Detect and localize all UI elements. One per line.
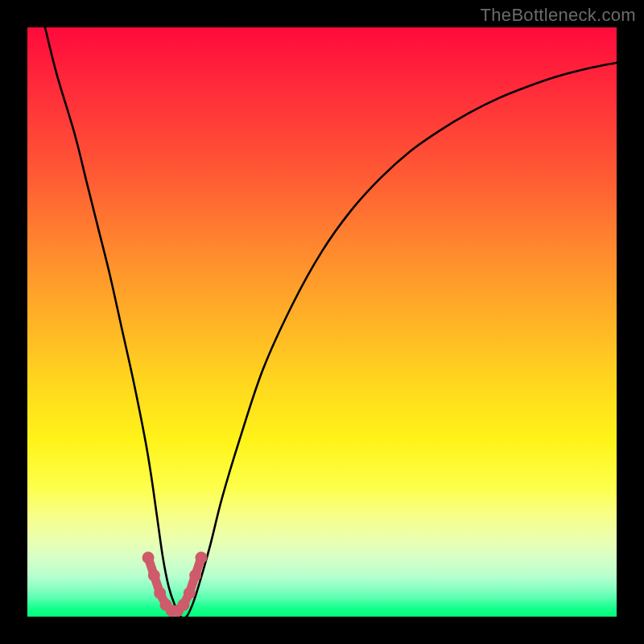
bottleneck-curve — [45, 27, 617, 617]
bottom-marker-group — [142, 551, 208, 617]
bottom-marker-dot — [148, 569, 160, 581]
bottom-marker-dot — [189, 569, 201, 581]
chart-frame: TheBottleneck.com — [0, 0, 644, 644]
curve-layer — [27, 27, 617, 617]
plot-area — [27, 27, 617, 617]
bottom-marker-dot — [184, 587, 196, 599]
bottom-marker-dot — [154, 587, 166, 599]
bottom-marker-dot — [177, 599, 189, 611]
bottom-marker-dot — [195, 551, 207, 564]
watermark-text: TheBottleneck.com — [481, 5, 636, 26]
bottom-marker-dot — [142, 551, 155, 564]
